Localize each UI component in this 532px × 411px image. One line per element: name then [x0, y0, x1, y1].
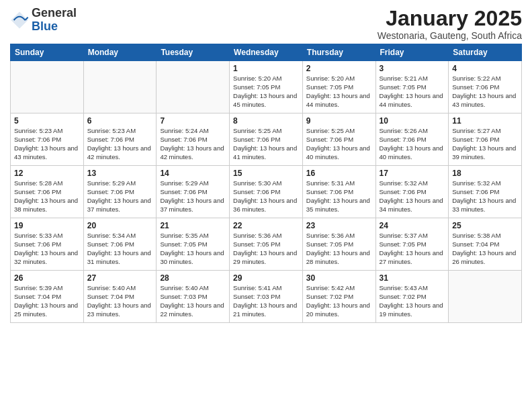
cell-info: Sunrise: 5:28 AM Sunset: 7:06 PM Dayligh… — [14, 179, 80, 214]
title-block: January 2025 Westonaria, Gauteng, South … — [378, 7, 522, 41]
calendar-cell: 5Sunrise: 5:23 AM Sunset: 7:06 PM Daylig… — [11, 113, 84, 166]
calendar-header-row: SundayMondayTuesdayWednesdayThursdayFrid… — [11, 44, 522, 61]
day-number: 17 — [380, 169, 445, 178]
cell-info: Sunrise: 5:34 AM Sunset: 7:06 PM Dayligh… — [87, 232, 153, 266]
calendar-cell: 7Sunrise: 5:24 AM Sunset: 7:06 PM Daylig… — [157, 113, 230, 166]
cell-info: Sunrise: 5:33 AM Sunset: 7:06 PM Dayligh… — [14, 232, 80, 266]
day-number: 21 — [160, 221, 226, 230]
cell-info: Sunrise: 5:31 AM Sunset: 7:06 PM Dayligh… — [306, 179, 372, 214]
calendar-cell: 2Sunrise: 5:20 AM Sunset: 7:05 PM Daylig… — [302, 61, 375, 113]
day-number: 3 — [380, 64, 445, 73]
day-number: 31 — [380, 273, 445, 283]
month-title: January 2025 — [378, 7, 522, 30]
day-number: 5 — [14, 116, 80, 126]
day-number: 24 — [380, 221, 445, 230]
day-number: 30 — [306, 273, 372, 283]
day-number: 4 — [452, 64, 518, 73]
cell-info: Sunrise: 5:23 AM Sunset: 7:06 PM Dayligh… — [14, 127, 80, 161]
calendar-cell: 20Sunrise: 5:34 AM Sunset: 7:06 PM Dayli… — [83, 218, 157, 271]
location-title: Westonaria, Gauteng, South Africa — [378, 30, 522, 41]
calendar-cell — [449, 271, 522, 323]
day-number: 26 — [14, 273, 80, 283]
calendar-cell: 3Sunrise: 5:21 AM Sunset: 7:05 PM Daylig… — [375, 61, 449, 113]
calendar-week-row: 26Sunrise: 5:39 AM Sunset: 7:04 PM Dayli… — [11, 271, 522, 323]
calendar-cell: 16Sunrise: 5:31 AM Sunset: 7:06 PM Dayli… — [302, 166, 375, 218]
cell-info: Sunrise: 5:39 AM Sunset: 7:04 PM Dayligh… — [14, 284, 80, 318]
day-number: 8 — [233, 116, 299, 126]
calendar-cell: 21Sunrise: 5:35 AM Sunset: 7:05 PM Dayli… — [157, 218, 230, 271]
calendar-cell — [157, 61, 230, 113]
day-number: 15 — [233, 169, 299, 178]
cell-info: Sunrise: 5:25 AM Sunset: 7:06 PM Dayligh… — [306, 127, 372, 161]
calendar-week-row: 5Sunrise: 5:23 AM Sunset: 7:06 PM Daylig… — [11, 113, 522, 166]
day-number: 12 — [14, 169, 80, 178]
cell-info: Sunrise: 5:43 AM Sunset: 7:02 PM Dayligh… — [380, 284, 445, 318]
day-number: 25 — [452, 221, 518, 230]
calendar-cell: 1Sunrise: 5:20 AM Sunset: 7:05 PM Daylig… — [230, 61, 303, 113]
cell-info: Sunrise: 5:24 AM Sunset: 7:06 PM Dayligh… — [160, 127, 226, 161]
calendar-cell: 31Sunrise: 5:43 AM Sunset: 7:02 PM Dayli… — [375, 271, 449, 323]
logo-blue: Blue — [32, 19, 58, 33]
cell-info: Sunrise: 5:26 AM Sunset: 7:06 PM Dayligh… — [380, 127, 445, 161]
cell-info: Sunrise: 5:22 AM Sunset: 7:06 PM Dayligh… — [452, 75, 518, 109]
day-number: 27 — [87, 273, 153, 283]
calendar-cell: 15Sunrise: 5:30 AM Sunset: 7:06 PM Dayli… — [230, 166, 303, 218]
calendar-cell: 23Sunrise: 5:36 AM Sunset: 7:05 PM Dayli… — [302, 218, 375, 271]
calendar-cell: 6Sunrise: 5:23 AM Sunset: 7:06 PM Daylig… — [83, 113, 157, 166]
cell-info: Sunrise: 5:41 AM Sunset: 7:03 PM Dayligh… — [233, 284, 299, 318]
calendar-cell: 30Sunrise: 5:42 AM Sunset: 7:02 PM Dayli… — [302, 271, 375, 323]
calendar-cell: 26Sunrise: 5:39 AM Sunset: 7:04 PM Dayli… — [11, 271, 84, 323]
day-number: 7 — [160, 116, 226, 126]
cell-info: Sunrise: 5:40 AM Sunset: 7:04 PM Dayligh… — [87, 284, 153, 318]
cell-info: Sunrise: 5:32 AM Sunset: 7:06 PM Dayligh… — [452, 179, 518, 214]
cell-info: Sunrise: 5:29 AM Sunset: 7:06 PM Dayligh… — [160, 179, 226, 214]
logo-general: General — [32, 6, 77, 19]
day-header-sunday: Sunday — [11, 44, 84, 61]
cell-info: Sunrise: 5:23 AM Sunset: 7:06 PM Dayligh… — [87, 127, 153, 161]
calendar-cell — [83, 61, 157, 113]
calendar-cell: 8Sunrise: 5:25 AM Sunset: 7:06 PM Daylig… — [230, 113, 303, 166]
calendar-week-row: 12Sunrise: 5:28 AM Sunset: 7:06 PM Dayli… — [11, 166, 522, 218]
cell-info: Sunrise: 5:30 AM Sunset: 7:06 PM Dayligh… — [233, 179, 299, 214]
calendar-cell: 9Sunrise: 5:25 AM Sunset: 7:06 PM Daylig… — [302, 113, 375, 166]
calendar-table: SundayMondayTuesdayWednesdayThursdayFrid… — [10, 44, 522, 323]
logo-text: General Blue — [32, 7, 77, 34]
calendar-cell: 17Sunrise: 5:32 AM Sunset: 7:06 PM Dayli… — [375, 166, 449, 218]
calendar-cell: 25Sunrise: 5:38 AM Sunset: 7:04 PM Dayli… — [449, 218, 522, 271]
day-number: 29 — [233, 273, 299, 283]
page-container: General Blue January 2025 Westonaria, Ga… — [0, 0, 532, 330]
cell-info: Sunrise: 5:36 AM Sunset: 7:05 PM Dayligh… — [306, 232, 372, 266]
cell-info: Sunrise: 5:37 AM Sunset: 7:05 PM Dayligh… — [380, 232, 445, 266]
calendar-cell: 11Sunrise: 5:27 AM Sunset: 7:06 PM Dayli… — [449, 113, 522, 166]
cell-info: Sunrise: 5:40 AM Sunset: 7:03 PM Dayligh… — [160, 284, 226, 318]
day-header-friday: Friday — [375, 44, 449, 61]
calendar-cell: 13Sunrise: 5:29 AM Sunset: 7:06 PM Dayli… — [83, 166, 157, 218]
day-number: 23 — [306, 221, 372, 230]
day-header-tuesday: Tuesday — [157, 44, 230, 61]
calendar-week-row: 19Sunrise: 5:33 AM Sunset: 7:06 PM Dayli… — [11, 218, 522, 271]
day-header-saturday: Saturday — [449, 44, 522, 61]
day-number: 10 — [380, 116, 445, 126]
cell-info: Sunrise: 5:20 AM Sunset: 7:05 PM Dayligh… — [306, 75, 372, 109]
day-number: 16 — [306, 169, 372, 178]
logo: General Blue — [10, 7, 77, 34]
cell-info: Sunrise: 5:27 AM Sunset: 7:06 PM Dayligh… — [452, 127, 518, 161]
calendar-cell: 10Sunrise: 5:26 AM Sunset: 7:06 PM Dayli… — [375, 113, 449, 166]
cell-info: Sunrise: 5:42 AM Sunset: 7:02 PM Dayligh… — [306, 284, 372, 318]
cell-info: Sunrise: 5:36 AM Sunset: 7:05 PM Dayligh… — [233, 232, 299, 266]
logo-icon — [10, 11, 29, 30]
calendar-week-row: 1Sunrise: 5:20 AM Sunset: 7:05 PM Daylig… — [11, 61, 522, 113]
calendar-cell: 22Sunrise: 5:36 AM Sunset: 7:05 PM Dayli… — [230, 218, 303, 271]
calendar-cell: 4Sunrise: 5:22 AM Sunset: 7:06 PM Daylig… — [449, 61, 522, 113]
calendar-cell: 19Sunrise: 5:33 AM Sunset: 7:06 PM Dayli… — [11, 218, 84, 271]
day-number: 14 — [160, 169, 226, 178]
cell-info: Sunrise: 5:32 AM Sunset: 7:06 PM Dayligh… — [380, 179, 445, 214]
calendar-cell: 28Sunrise: 5:40 AM Sunset: 7:03 PM Dayli… — [157, 271, 230, 323]
calendar-cell: 18Sunrise: 5:32 AM Sunset: 7:06 PM Dayli… — [449, 166, 522, 218]
day-header-monday: Monday — [83, 44, 157, 61]
header: General Blue January 2025 Westonaria, Ga… — [10, 7, 522, 41]
cell-info: Sunrise: 5:38 AM Sunset: 7:04 PM Dayligh… — [452, 232, 518, 266]
day-header-thursday: Thursday — [302, 44, 375, 61]
day-number: 1 — [233, 64, 299, 73]
day-number: 13 — [87, 169, 153, 178]
